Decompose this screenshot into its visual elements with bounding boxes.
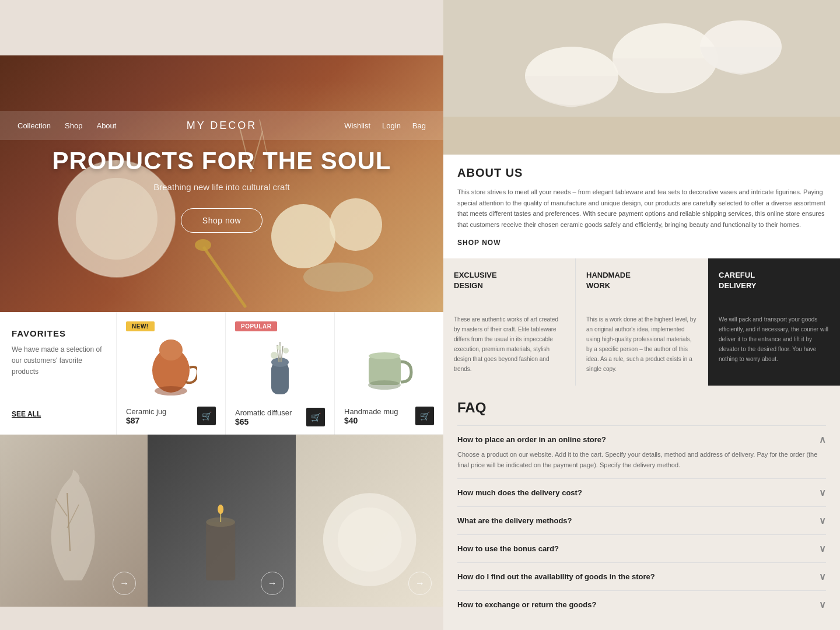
feature-handmade-text: This is a work done at the highest level… xyxy=(586,314,697,374)
see-all-link[interactable]: SEE ALL xyxy=(12,410,104,418)
product-name-mug: Handmade mug xyxy=(344,407,398,416)
jug-illustration xyxy=(145,335,197,400)
nav-login[interactable]: Login xyxy=(382,121,401,130)
hero-section: Collection Shop About MY DECOR Wishlist … xyxy=(0,55,443,312)
svg-point-22 xyxy=(368,380,401,390)
category-vases[interactable]: VASES → xyxy=(0,435,148,607)
faq-section: FAQ How to place an order in an online s… xyxy=(443,386,840,628)
nav-right: Wishlist Login Bag xyxy=(344,121,426,130)
nav-shop[interactable]: Shop xyxy=(65,121,82,130)
feature-delivery-title: CAREFULDELIVERY xyxy=(719,270,830,291)
faq-question-5[interactable]: How to exchange or return the goods? ∨ xyxy=(457,599,826,610)
svg-rect-29 xyxy=(206,522,235,580)
favorites-description: We have made a selection of our customer… xyxy=(12,344,104,378)
add-to-cart-jug[interactable]: 🛒 xyxy=(197,407,216,425)
right-panel: ABOUT US This store strives to meet all … xyxy=(443,0,840,630)
faq-chevron-2: ∨ xyxy=(819,515,826,526)
product-image-mug xyxy=(344,333,434,402)
faq-chevron-5: ∨ xyxy=(819,599,826,610)
bowls-illustration xyxy=(443,0,840,155)
add-to-cart-diffuser[interactable]: 🛒 xyxy=(306,408,325,426)
svg-point-3 xyxy=(330,198,382,251)
about-us-section: ABOUT US This store strives to meet all … xyxy=(443,155,840,258)
product-name-diffuser: Aromatic diffuser xyxy=(235,408,292,417)
badge-popular: POPULAR xyxy=(235,321,277,331)
about-us-title: ABOUT US xyxy=(457,166,826,180)
diffuser-illustration xyxy=(257,333,303,403)
product-card-jug: NEW! Ceramic jug $87 🛒 xyxy=(117,312,226,435)
faq-question-1[interactable]: How much does the delivery cost? ∨ xyxy=(457,487,826,498)
mug-illustration xyxy=(360,338,418,397)
feature-delivery: CAREFULDELIVERY We will pack and transpo… xyxy=(708,258,840,386)
product-info-mug: Handmade mug $40 🛒 xyxy=(344,407,434,425)
faq-chevron-3: ∨ xyxy=(819,543,826,554)
badge-new: NEW! xyxy=(126,321,155,331)
faq-question-0[interactable]: How to place an order in an online store… xyxy=(457,434,826,445)
svg-point-35 xyxy=(337,508,401,572)
svg-point-6 xyxy=(195,239,211,251)
faq-item-5: How to exchange or return the goods? ∨ xyxy=(457,590,826,618)
faq-question-4[interactable]: How do I find out the availability of go… xyxy=(457,571,826,582)
product-info-jug: Ceramic jug $87 🛒 xyxy=(126,407,216,425)
nav: Collection Shop About MY DECOR Wishlist … xyxy=(0,111,443,140)
product-card-mug: Handmade mug $40 🛒 xyxy=(335,312,443,435)
product-card-diffuser: POPULAR Aromatic diffuser $65 xyxy=(226,312,335,435)
svg-point-11 xyxy=(159,340,183,360)
faq-question-3[interactable]: How to use the bonus card? ∨ xyxy=(457,543,826,554)
left-panel: Collection Shop About MY DECOR Wishlist … xyxy=(0,0,443,630)
nav-bag[interactable]: Bag xyxy=(412,121,426,130)
nav-collection[interactable]: Collection xyxy=(18,121,51,130)
svg-point-1 xyxy=(76,178,158,260)
faq-chevron-1: ∨ xyxy=(819,487,826,498)
faq-title: FAQ xyxy=(457,400,826,416)
ceramics-arrow[interactable]: → xyxy=(408,572,432,595)
favorites-intro: FAVORITES We have made a selection of ou… xyxy=(0,312,117,435)
add-to-cart-mug[interactable]: 🛒 xyxy=(415,407,434,425)
faq-question-2[interactable]: What are the delivery methods? ∨ xyxy=(457,515,826,526)
nav-about[interactable]: About xyxy=(96,121,116,130)
svg-point-12 xyxy=(155,386,187,396)
about-hero-image xyxy=(443,0,840,155)
candles-arrow[interactable]: → xyxy=(261,572,284,595)
category-section: VASES → CANDLES → xyxy=(0,435,443,607)
product-price-jug: $87 xyxy=(126,416,166,425)
svg-point-4 xyxy=(303,262,373,292)
faq-item-1: How much does the delivery cost? ∨ xyxy=(457,478,826,506)
product-price-mug: $40 xyxy=(344,416,398,425)
blog-section: INCENSE FLAVORS The story of how our fam… xyxy=(443,628,840,630)
nav-brand: MY DECOR xyxy=(187,120,257,132)
svg-point-23 xyxy=(369,352,400,359)
feature-handmade: HANDMADEWORK This is a work done at the … xyxy=(576,258,708,386)
shop-now-button[interactable]: Shop now xyxy=(181,208,262,233)
feature-exclusive-title: EXCLUSIVEDESIGN xyxy=(454,270,565,291)
nav-wishlist[interactable]: Wishlist xyxy=(344,121,370,130)
category-candles[interactable]: CANDLES → xyxy=(148,435,295,607)
product-name-jug: Ceramic jug xyxy=(126,407,166,416)
nav-links: Collection Shop About xyxy=(18,121,116,130)
faq-chevron-4: ∨ xyxy=(819,571,826,582)
feature-exclusive-text: These are authentic works of art created… xyxy=(454,314,565,374)
svg-point-32 xyxy=(218,505,223,514)
faq-item-4: How do I find out the availability of go… xyxy=(457,562,826,590)
svg-point-18 xyxy=(271,352,278,359)
category-ceramics[interactable]: CERAMICS → xyxy=(296,435,443,607)
favorites-title: FAVORITES xyxy=(12,328,104,338)
faq-item-3: How to use the bonus card? ∨ xyxy=(457,534,826,562)
product-image-jug xyxy=(126,333,216,402)
feature-handmade-title: HANDMADEWORK xyxy=(586,270,697,291)
svg-point-20 xyxy=(276,345,281,350)
faq-item-0: How to place an order in an online store… xyxy=(457,425,826,478)
faq-chevron-0: ∧ xyxy=(819,434,826,445)
svg-rect-13 xyxy=(271,362,289,394)
hero-subtitle: Breathing new life into cultural craft xyxy=(153,182,289,192)
product-price-diffuser: $65 xyxy=(235,417,292,426)
shop-now-link[interactable]: SHOP NOW xyxy=(457,239,826,247)
product-info-diffuser: Aromatic diffuser $65 🛒 xyxy=(235,408,325,426)
feature-delivery-text: We will pack and transport your goods ef… xyxy=(719,314,830,364)
svg-point-19 xyxy=(283,348,289,354)
features-section: EXCLUSIVEDESIGN These are authentic work… xyxy=(443,258,840,386)
svg-rect-40 xyxy=(443,117,840,155)
feature-exclusive: EXCLUSIVEDESIGN These are authentic work… xyxy=(443,258,576,386)
svg-point-2 xyxy=(271,204,335,268)
svg-line-5 xyxy=(204,248,245,306)
